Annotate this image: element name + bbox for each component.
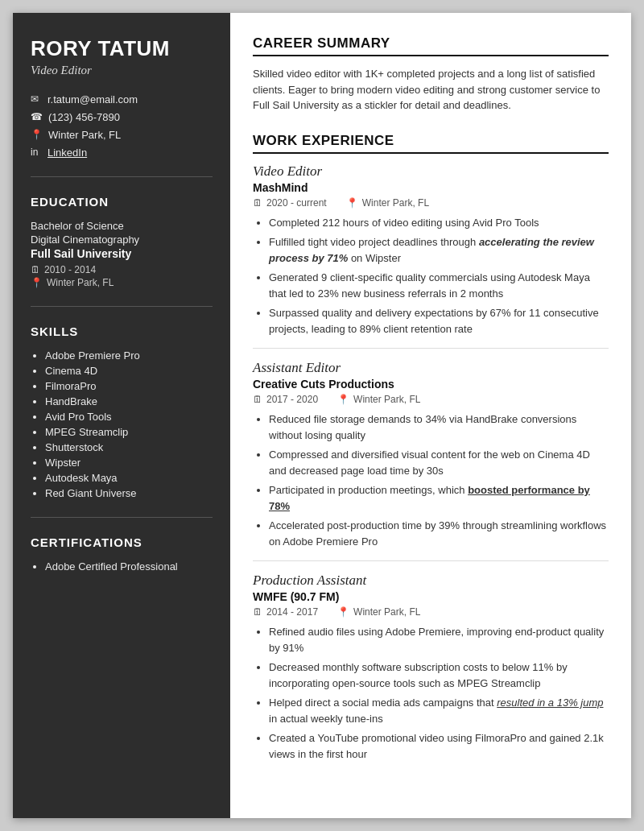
skill-item: Avid Pro Tools	[45, 411, 213, 423]
job-meta: 🗓 2017 - 2020📍 Winter Park, FL	[253, 394, 609, 405]
edu-major: Digital Cinematography	[31, 234, 213, 246]
skill-item: Shutterstock	[45, 441, 213, 453]
jobs-container: Video EditorMashMind🗓 2020 - current📍 Wi…	[253, 163, 609, 763]
sidebar-divider-2	[31, 306, 213, 307]
bullet-item: Participated in production meetings, whi…	[269, 482, 609, 514]
job-location: 📍 Winter Park, FL	[337, 606, 420, 618]
main-content: CAREER SUMMARY Skilled video editor with…	[230, 13, 631, 818]
cert-item: Adobe Certified Professional	[45, 560, 213, 573]
email-icon: ✉	[31, 93, 42, 105]
career-summary-title: CAREER SUMMARY	[253, 35, 609, 56]
resume-container: RORY TATUM Video Editor ✉ r.tatum@email.…	[13, 13, 631, 818]
bullet-item: Refined audio files using Adobe Premiere…	[269, 624, 609, 655]
bullet-item: Created a YouTube promotional video usin…	[269, 730, 609, 762]
job-meta: 🗓 2014 - 2017📍 Winter Park, FL	[253, 606, 609, 618]
job-meta: 🗓 2020 - current📍 Winter Park, FL	[253, 197, 609, 209]
candidate-name: RORY TATUM	[31, 37, 213, 60]
calendar-icon: 🗓	[253, 197, 262, 209]
linkedin-icon: in	[31, 147, 42, 158]
contact-location: 📍 Winter Park, FL	[31, 129, 213, 141]
edu-location: 📍 Winter Park, FL	[31, 277, 213, 288]
bullet-item: Completed 212 hours of video editing usi…	[269, 215, 609, 231]
skills-list: Adobe Premiere ProCinema 4DFilmoraProHan…	[31, 349, 213, 499]
bullet-item: Generated 9 client-specific quality comm…	[269, 270, 609, 301]
sidebar-divider-1	[31, 176, 213, 177]
edu-years: 🗓 2010 - 2014	[31, 264, 213, 275]
location-icon: 📍	[337, 606, 349, 618]
job-location: 📍 Winter Park, FL	[337, 394, 420, 405]
job-bullets: Reduced file storage demands to 34% via …	[253, 411, 609, 549]
bullet-item: Reduced file storage demands to 34% via …	[269, 411, 609, 443]
career-summary-text: Skilled video editor with 1K+ completed …	[253, 66, 609, 114]
emphasis-text: resulted in a 13% jump	[497, 697, 603, 709]
calendar-icon: 🗓	[253, 606, 262, 618]
job-bullets: Refined audio files using Adobe Premiere…	[253, 624, 609, 762]
job-location: 📍 Winter Park, FL	[346, 197, 429, 209]
sidebar-divider-3	[31, 517, 213, 518]
edu-degree: Bachelor of Science	[31, 220, 213, 232]
job-years: 🗓 2020 - current	[253, 197, 327, 209]
job-years: 🗓 2014 - 2017	[253, 606, 318, 618]
job-entry: Video EditorMashMind🗓 2020 - current📍 Wi…	[253, 163, 609, 349]
edu-school: Full Sail University	[31, 247, 213, 260]
candidate-title: Video Editor	[31, 64, 213, 77]
sidebar: RORY TATUM Video Editor ✉ r.tatum@email.…	[13, 13, 230, 818]
bullet-item: Fulfilled tight video project deadlines …	[269, 234, 609, 266]
job-title: Assistant Editor	[253, 360, 609, 376]
work-experience-title: WORK EXPERIENCE	[253, 133, 609, 154]
job-years: 🗓 2017 - 2020	[253, 394, 318, 405]
job-company: WMFE (90.7 FM)	[253, 590, 609, 603]
skill-item: FilmoraPro	[45, 380, 213, 392]
calendar-icon: 🗓	[253, 394, 262, 405]
bullet-item: Accelerated post-production time by 39% …	[269, 518, 609, 549]
job-entry: Production AssistantWMFE (90.7 FM)🗓 2014…	[253, 573, 609, 762]
job-entry: Assistant EditorCreative Cuts Production…	[253, 360, 609, 561]
contact-list: ✉ r.tatum@email.com ☎ (123) 456-7890 📍 W…	[31, 93, 213, 159]
phone-icon: ☎	[31, 111, 43, 122]
skill-item: MPEG Streamclip	[45, 426, 213, 438]
skill-item: Autodesk Maya	[45, 472, 213, 484]
job-title: Production Assistant	[253, 573, 609, 589]
job-company: Creative Cuts Productions	[253, 378, 609, 391]
bullet-item: Helped direct a social media ads campaig…	[269, 695, 609, 726]
skill-item: Cinema 4D	[45, 365, 213, 377]
certifications-section-title: CERTIFICATIONS	[31, 535, 213, 549]
location-icon: 📍	[346, 197, 358, 209]
skill-item: Adobe Premiere Pro	[45, 349, 213, 362]
bullet-item: Decreased monthly software subscription …	[269, 659, 609, 691]
job-bullets: Completed 212 hours of video editing usi…	[253, 215, 609, 337]
certifications-list: Adobe Certified Professional	[31, 560, 213, 573]
contact-linkedin[interactable]: in LinkedIn	[31, 147, 213, 159]
skills-section-title: SKILLS	[31, 325, 213, 338]
bullet-item: Surpassed quality and delivery expectati…	[269, 305, 609, 337]
skill-item: Red Giant Universe	[45, 487, 213, 499]
bullet-item: Compressed and diversified visual conten…	[269, 447, 609, 478]
location-icon: 📍	[337, 394, 349, 405]
contact-phone: ☎ (123) 456-7890	[31, 111, 213, 123]
skill-item: HandBrake	[45, 395, 213, 407]
education-section-title: EDUCATION	[31, 195, 213, 209]
location-icon: 📍	[31, 129, 43, 140]
work-separator	[253, 348, 609, 349]
job-title: Video Editor	[253, 163, 609, 180]
work-separator	[253, 560, 609, 561]
contact-email: ✉ r.tatum@email.com	[31, 93, 213, 105]
edu-location-icon: 📍	[31, 277, 43, 288]
job-company: MashMind	[253, 181, 609, 194]
skill-item: Wipster	[45, 457, 213, 469]
calendar-icon: 🗓	[31, 264, 40, 275]
